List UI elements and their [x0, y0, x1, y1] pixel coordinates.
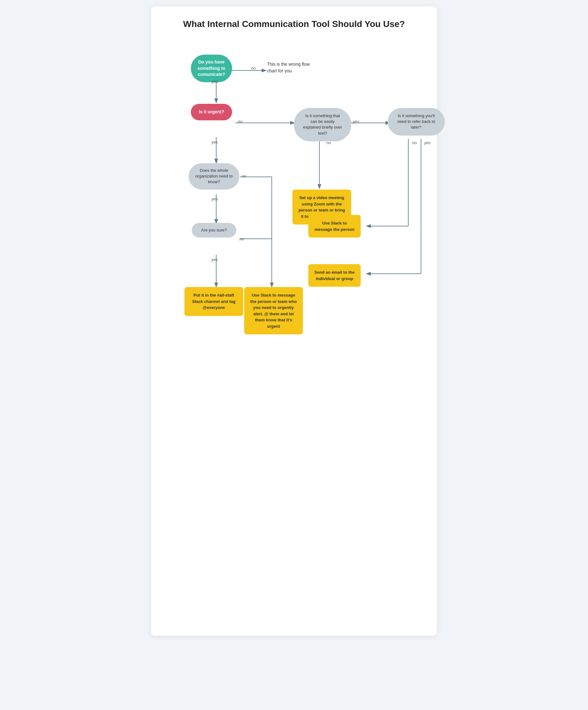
node-email-box: Send an email to the individual or group: [308, 264, 361, 287]
node-start-box: Do you have something to comunicate?: [191, 55, 232, 82]
flow-area: Do you have something to comunicate? no …: [167, 45, 421, 617]
page-title: What Internal Communication Tool Should …: [167, 19, 421, 29]
label-refer-yes: yes: [424, 140, 430, 145]
page-container: What Internal Communication Tool Should …: [151, 6, 437, 636]
node-urgent-box: Is it urgent?: [191, 104, 232, 120]
label-wholeorg-yes: yes: [211, 196, 218, 201]
label-wholeorg-no: no: [242, 174, 246, 179]
label-easily-yes: yes: [353, 119, 359, 124]
node-allstaff: Put it in the #all-staff Slack channel a…: [185, 287, 243, 316]
node-areyousure: Are you sure?: [192, 223, 236, 238]
node-areyousure-box: Are you sure?: [192, 223, 236, 238]
node-allstaff-box: Put it in the #all-staff Slack channel a…: [185, 287, 243, 316]
node-wrong: This is the wrong flow chart for you: [267, 61, 318, 74]
label-urgent-no: no: [238, 119, 242, 124]
node-email: Send an email to the individual or group: [308, 264, 361, 287]
node-whole-org-box: Does the whole organization need to know…: [189, 163, 239, 190]
label-start-yes: yes: [211, 79, 218, 84]
node-slack-msg: Use Slack to message the person: [308, 215, 361, 238]
node-start: Do you have something to comunicate?: [191, 55, 232, 82]
node-slack-urgent: Use Slack to message the person or team …: [244, 287, 303, 334]
label-start-no: no: [251, 66, 256, 70]
node-refer: Is it something you'll need to refer bac…: [388, 108, 445, 136]
node-easily: Is it something that can be easily expla…: [294, 108, 351, 141]
node-urgent: Is it urgent?: [191, 104, 232, 120]
node-slack-urgent-box: Use Slack to message the person or team …: [244, 287, 303, 334]
label-easily-no: no: [326, 140, 331, 145]
flowchart: Do you have something to comunicate? no …: [167, 45, 421, 617]
node-slack-msg-box: Use Slack to message the person: [308, 215, 361, 238]
node-refer-box: Is it something you'll need to refer bac…: [388, 108, 445, 136]
label-urgent-yes: yes: [211, 140, 218, 144]
node-whole-org: Does the whole organization need to know…: [189, 163, 239, 190]
label-areyousure-no: no: [239, 237, 244, 241]
label-areyousure-yes: yes: [211, 257, 218, 262]
node-easily-box: Is it something that can be easily expla…: [294, 108, 351, 141]
label-refer-no: no: [412, 140, 417, 145]
